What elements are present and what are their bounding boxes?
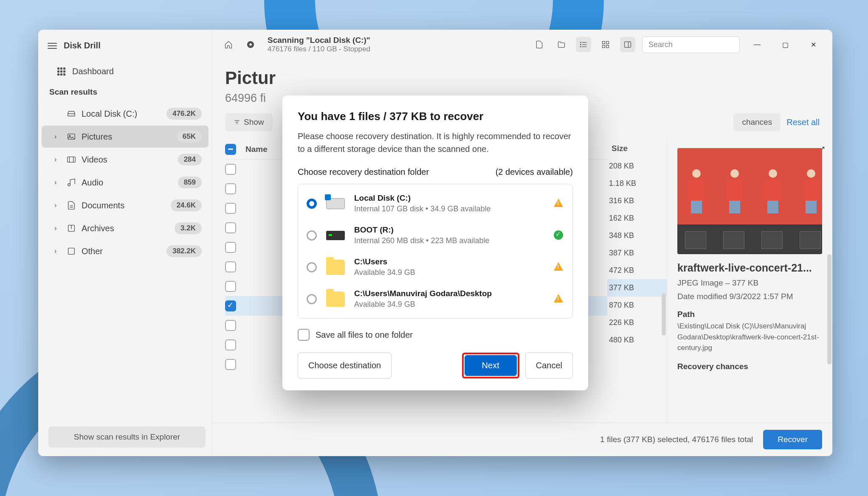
warning-icon — [554, 294, 563, 303]
dialog-text: Please choose recovery destination. It i… — [298, 130, 573, 155]
choose-destination-button[interactable]: Choose destination — [298, 353, 392, 378]
recovery-dialog: You have 1 files / 377 KB to recover Ple… — [282, 95, 588, 390]
destination-icon — [325, 195, 346, 212]
devices-available: (2 devices available) — [496, 167, 573, 177]
cancel-button[interactable]: Cancel — [525, 353, 573, 378]
choose-destination-label: Choose recovery destination folder — [298, 167, 429, 177]
destination-icon — [325, 259, 346, 276]
destination-icon — [325, 227, 346, 244]
destination-option[interactable]: Local Disk (C:)Internal 107 GB disk • 34… — [298, 188, 572, 219]
destination-option[interactable]: C:\Users\Manuviraj Godara\DesktopAvailab… — [298, 283, 572, 315]
destination-option[interactable]: C:\UsersAvailable 34.9 GB — [298, 251, 572, 283]
destination-icon — [325, 291, 346, 308]
modal-overlay: You have 1 files / 377 KB to recover Ple… — [38, 30, 832, 456]
destination-option[interactable]: BOOT (R:)Internal 260 MB disk • 223 MB a… — [298, 219, 572, 251]
warning-icon — [554, 199, 563, 207]
destination-list: Local Disk (C:)Internal 107 GB disk • 34… — [298, 184, 573, 319]
next-button-highlight: Next — [462, 353, 519, 378]
ok-icon — [554, 230, 563, 240]
destination-radio[interactable] — [307, 199, 317, 209]
dialog-title: You have 1 files / 377 KB to recover — [298, 110, 573, 123]
destination-radio[interactable] — [307, 294, 317, 304]
save-one-folder-checkbox[interactable] — [298, 329, 310, 341]
next-button[interactable]: Next — [465, 355, 517, 376]
warning-icon — [554, 262, 563, 271]
destination-radio[interactable] — [307, 230, 317, 241]
destination-radio[interactable] — [307, 262, 317, 272]
save-one-folder-option[interactable]: Save all files to one folder — [298, 329, 573, 341]
